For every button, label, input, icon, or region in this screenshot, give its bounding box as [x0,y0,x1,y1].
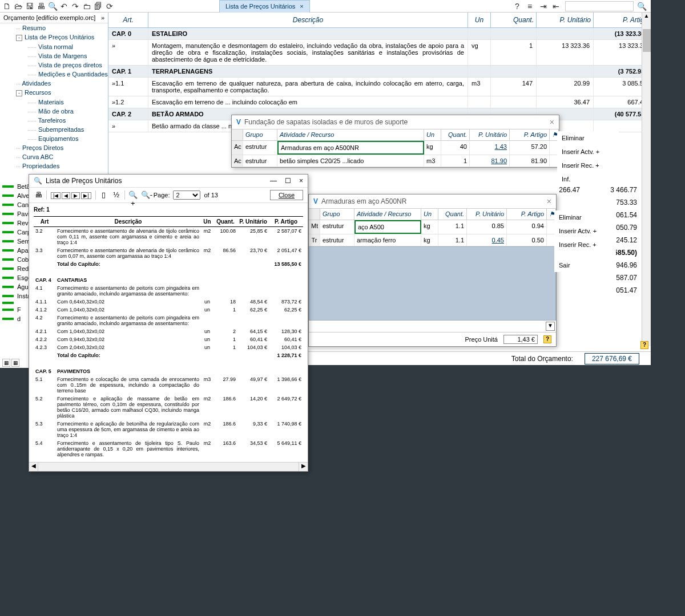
toolbar-icon[interactable]: 🗀 [82,2,91,11]
preview-row: 4.2Fornecimento e assentamento de peitor… [34,314,303,327]
toolbar-right-icon[interactable]: ⇤ [553,2,562,11]
tree-item[interactable]: -Recursos [0,88,108,98]
tree-item[interactable]: ⋯⋯ Vista normal [0,42,108,51]
menu-item[interactable]: Inserir Rec. + [554,238,616,252]
zoom-out-icon[interactable]: 🔍- [141,191,150,200]
tree-item[interactable]: ⋯⋯ Tarefeiros [0,116,108,125]
toolbar-right-icon[interactable]: ? [515,2,524,11]
preview-toolbar: 🖶 |◀◀▶▶| ▯ ½ 🔍+ 🔍- Page: 2 of 13 Close [29,187,308,203]
menu-item[interactable]: Eliminar [557,131,619,145]
close-icon[interactable]: × [300,3,303,10]
toolbar-right-icon[interactable]: ⇥ [540,2,549,11]
col-header-pu[interactable]: P. Unitário [537,13,594,27]
menu-item[interactable]: Inserir Actv. + [554,224,616,238]
menu-item[interactable]: Inf. [557,172,619,186]
col-un[interactable]: Un [421,209,438,220]
close-button[interactable]: Close [270,190,303,200]
menu-item[interactable]: Sair [554,258,616,272]
toolbar-icon[interactable]: 🔍 [48,2,57,11]
toolbar-right-icon[interactable]: ≡ [527,2,537,11]
preview-row: 4.1Fornecimento e assentamento de peitor… [34,284,303,298]
tree-item[interactable]: ⋯ Preços Diretos [0,143,108,152]
scroll-down-icon[interactable]: ▼ [546,322,555,331]
table-row[interactable]: CAP. 0ESTALEIRO(13 323.36) [108,28,651,40]
maximize-icon[interactable]: ☐ [285,177,291,185]
nav-icon[interactable]: ▶| [81,192,91,199]
tree-collapse-icon[interactable]: » [101,14,104,21]
col-un[interactable]: Un [424,129,441,140]
tree-item[interactable]: ⋯ Curva ABC [0,152,108,161]
grid-icon[interactable]: ▦ [2,359,10,367]
tree-item[interactable]: ⋯ Propriedades [0,161,108,171]
vertical-scrollbar[interactable]: ▲ [642,13,651,346]
menu-item[interactable]: Eliminar [554,210,616,224]
sub-row[interactable]: Trestruturarmação ferrokg1.10.450.50 [309,234,556,246]
grid-icon-2[interactable]: ▦ [11,359,19,367]
close-icon[interactable]: × [299,177,303,185]
col-atividade[interactable]: Atividade / Recurso [277,129,424,140]
minimize-icon[interactable]: — [270,177,277,185]
menu-item[interactable]: Inserir Rec. + [557,159,619,172]
horizontal-scrollbar[interactable]: ◀▶ [29,462,308,471]
tree-item[interactable]: ⋯⋯ Materiais [0,98,108,107]
toolbar-icon[interactable]: 🗁 [14,2,23,11]
tree-item[interactable]: ⋯ Resumo [0,23,108,33]
nav-icon[interactable]: ▶ [71,192,80,199]
tree-item[interactable]: ⋯⋯ Subempreitadas [0,125,108,134]
col-grupo[interactable]: Grupo [243,129,277,140]
single-page-icon[interactable]: ▯ [99,191,108,200]
col-quant[interactable]: Quant. [441,129,470,140]
toolbar-icon[interactable]: ↶ [59,2,68,11]
tree-item[interactable]: -Lista de Preços Unitários [0,33,108,42]
col-header-quant[interactable]: Quant. [491,13,537,27]
preview-row: 4.1.2Com 1,04x0,32x0,02un162,25 €62,25 € [34,306,303,314]
col-header-art[interactable]: Art. [108,13,148,27]
tree-item[interactable]: ⋯ Atividades [0,79,108,88]
table-row[interactable]: CAP. 1TERRAPLENAGENS(3 752.93) [108,66,651,78]
help-icon[interactable]: ? [543,335,551,343]
search-input[interactable] [565,1,634,11]
toolbar-icon[interactable]: 🗋 [2,2,11,11]
toolbar-icon[interactable]: ⟳ [105,2,114,11]
col-grupo[interactable]: Grupo [320,209,354,220]
sub-row[interactable]: Mtestruturaço A500kg1.10.850.94 [309,220,556,234]
col-pa[interactable]: P. Artigo [507,209,547,220]
col-quant[interactable]: Quant. [438,209,467,220]
col-header-un[interactable]: Un [468,13,491,27]
toolbar-icon[interactable]: 🖫 [25,2,34,11]
sub-row[interactable]: Acestruturbetão simples C20/25 ...licado… [232,155,559,167]
menu-item[interactable] [554,252,616,258]
nav-icon[interactable]: ◀ [62,192,70,199]
table-row[interactable]: »1.2Escavação em terreno de ... incluind… [108,96,651,108]
col-pu[interactable]: P. Unitário [467,209,507,220]
tab-lista-precos[interactable]: Lista de Preços Unitários × [219,0,310,13]
preview-row: CAP. 4CANTARIAS [34,276,303,284]
tree-item[interactable]: ⋯⋯ Medições e Quantidades [0,70,108,79]
tree-item[interactable]: ⋯⋯ Vista de preços diretos [0,60,108,70]
zoom-in-icon[interactable]: 🔍+ [128,191,138,200]
col-pu[interactable]: P. Unitário [470,129,510,140]
tree-item[interactable]: ⋯⋯ Equipamentos [0,134,108,143]
close-icon[interactable]: × [550,117,554,127]
sub-row[interactable]: AcestruturArmaduras em aço A500NRkg401.4… [232,141,559,155]
print-icon[interactable]: 🖶 [34,191,43,200]
preview-table: Art Descrição Un Quant. P. Unitário P. A… [34,216,303,459]
tree-item[interactable]: ⋯⋯ Vista de Margens [0,51,108,60]
page-select[interactable]: 2 [173,191,200,200]
col-pa[interactable]: P. Artigo [510,129,550,140]
col-atividade[interactable]: Atividade / Recurso [354,209,421,220]
toolbar-icon[interactable]: 🖶 [37,2,46,11]
preco-unitario-input[interactable] [503,335,538,344]
tree-item[interactable]: ⋯⋯ Mão de obra [0,107,108,116]
toolbar-icon[interactable]: ↷ [71,2,80,11]
table-row[interactable]: »1.1Escavação em terreno de qualquer nat… [108,78,651,96]
search-icon[interactable]: 🔍 [637,2,646,11]
help-icon[interactable]: ? [640,341,648,349]
col-header-desc[interactable]: Descrição [148,13,468,27]
toolbar-icon[interactable]: 🗐 [94,2,103,11]
menu-item[interactable]: Inserir Actv. + [557,145,619,159]
table-row[interactable]: »Montagem, manutenção e desmontagem do e… [108,40,651,66]
close-icon[interactable]: × [547,197,551,206]
dual-page-icon[interactable]: ½ [112,191,121,200]
nav-icon[interactable]: |◀ [51,192,61,199]
